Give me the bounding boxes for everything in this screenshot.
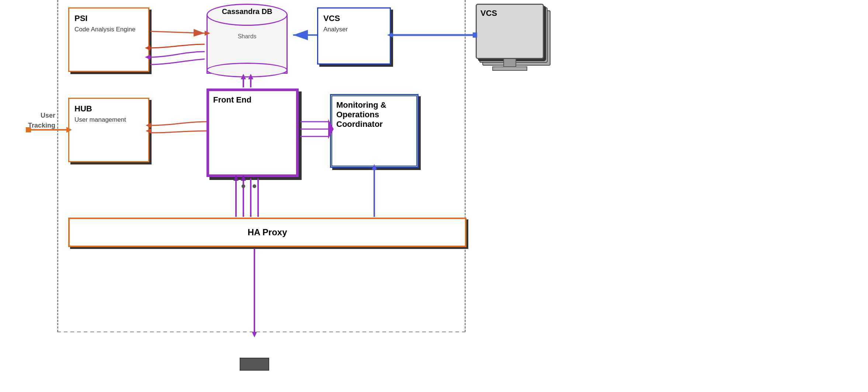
cassandra-cylinder: Cassandra DB Shards xyxy=(206,4,288,77)
monitoring-title: Monitoring & Operations Coordinator xyxy=(336,100,412,129)
diagram-container: User Tracking PSI Code Analysis Engine C… xyxy=(0,0,868,392)
hub-subtitle: User management xyxy=(74,116,143,124)
monitor-base xyxy=(492,66,527,71)
frontend-box: Front End xyxy=(206,89,299,177)
vcs-monitor-title: VCS xyxy=(480,8,497,18)
psi-subtitle: Code Analysis Engine xyxy=(74,25,143,34)
dashed-boundary-right xyxy=(465,0,466,332)
frontend-title: Front End xyxy=(213,95,292,105)
vcs-analyser-box: VCS Analyser xyxy=(317,7,391,65)
svg-point-27 xyxy=(242,184,245,188)
dashed-boundary-left xyxy=(57,0,58,332)
cylinder-bottom xyxy=(206,63,288,77)
svg-line-4 xyxy=(150,31,205,33)
cassandra-title: Cassandra DB xyxy=(206,7,288,16)
monitoring-box: Monitoring & Operations Coordinator xyxy=(330,94,419,168)
haproxy-title: HA Proxy xyxy=(247,227,287,237)
vcs-analyser-subtitle: Analyser xyxy=(323,25,385,34)
bottom-connector xyxy=(240,358,269,371)
psi-title: PSI xyxy=(74,14,143,23)
cassandra-shards: Shards xyxy=(206,33,288,40)
svg-point-28 xyxy=(253,184,256,188)
hub-box: HUB User management xyxy=(68,98,149,162)
svg-marker-32 xyxy=(252,332,257,337)
monitor-screen: VCS xyxy=(476,4,544,59)
vcs-analyser-title: VCS xyxy=(323,14,385,23)
left-label: User Tracking xyxy=(0,111,55,131)
hub-title: HUB xyxy=(74,104,143,114)
vcs-monitor: VCS xyxy=(476,4,549,77)
cassandra-container: Cassandra DB Shards xyxy=(206,4,288,77)
psi-box: PSI Code Analysis Engine xyxy=(68,7,149,72)
haproxy-box: HA Proxy xyxy=(68,218,466,247)
